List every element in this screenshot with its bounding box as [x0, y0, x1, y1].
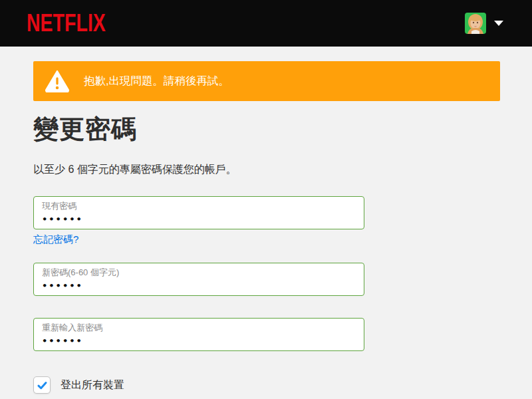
profile-menu[interactable]: [465, 13, 503, 34]
new-password-label: 新密碼(6-60 個字元): [42, 267, 356, 278]
signout-all-row: 登出所有裝置: [33, 376, 500, 394]
current-password-field[interactable]: 現有密碼: [33, 196, 364, 229]
top-navbar: NETFLIX: [0, 0, 532, 47]
error-banner: 抱歉,出現問題。請稍後再試。: [33, 61, 500, 101]
main-content: 抱歉,出現問題。請稍後再試。 變更密碼 以至少 6 個字元的專屬密碼保護您的帳戶…: [0, 61, 532, 394]
new-password-input[interactable]: [42, 278, 356, 293]
page-subtitle: 以至少 6 個字元的專屬密碼保護您的帳戶。: [33, 163, 500, 177]
forgot-password-link[interactable]: 忘記密碼?: [33, 233, 78, 246]
page-title: 變更密碼: [33, 112, 500, 146]
confirm-password-label: 重新輸入新密碼: [42, 323, 356, 333]
new-password-field[interactable]: 新密碼(6-60 個字元): [33, 263, 364, 296]
chevron-down-icon[interactable]: [494, 21, 503, 26]
checkmark-icon: [37, 380, 48, 391]
current-password-input[interactable]: [42, 211, 356, 226]
netflix-logo[interactable]: NETFLIX: [27, 9, 106, 38]
confirm-password-field[interactable]: 重新輸入新密碼: [33, 318, 364, 351]
warning-icon: [45, 70, 69, 92]
confirm-password-input[interactable]: [42, 333, 356, 348]
current-password-label: 現有密碼: [42, 201, 356, 211]
profile-avatar[interactable]: [465, 13, 486, 34]
error-message: 抱歉,出現問題。請稍後再試。: [84, 74, 229, 88]
change-password-page: NETFLIX: [0, 0, 532, 399]
signout-all-label: 登出所有裝置: [61, 378, 124, 392]
signout-all-checkbox[interactable]: [33, 376, 51, 394]
